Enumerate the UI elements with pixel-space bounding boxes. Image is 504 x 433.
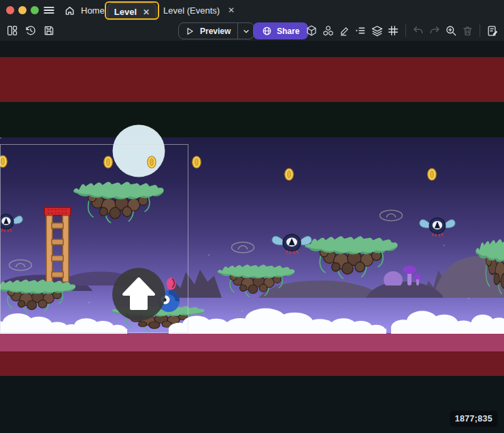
preview-label: Preview — [200, 27, 231, 36]
island-platform[interactable] — [475, 238, 504, 298]
undo-icon[interactable] — [411, 22, 426, 39]
bat-enemy[interactable] — [0, 211, 23, 234]
toolbar-divider — [480, 24, 480, 37]
tab-level[interactable]: Level ✕ — [107, 3, 156, 20]
close-window-button[interactable] — [6, 6, 14, 14]
grid-icon[interactable] — [386, 22, 401, 39]
ellipse-decor-sprite[interactable] — [8, 259, 33, 272]
titlebar: Home Level ✕ Level (Events) ✕ — [0, 0, 504, 20]
properties-list-icon[interactable] — [353, 22, 368, 39]
scene-objects-layer — [0, 41, 504, 433]
home-icon — [65, 5, 75, 16]
bat-enemy[interactable] — [271, 230, 312, 256]
coin-sprite[interactable] — [284, 168, 294, 181]
share-button[interactable]: Share — [253, 22, 308, 39]
moon-sprite[interactable] — [112, 124, 165, 177]
island-platform[interactable] — [72, 181, 166, 226]
cursor-coordinates-badge: 1877;835 — [450, 411, 498, 427]
menu-hamburger-icon[interactable] — [41, 3, 56, 17]
island-platform[interactable] — [216, 264, 297, 299]
cloud-sprite[interactable] — [318, 317, 386, 334]
object-cube-icon[interactable] — [304, 22, 319, 39]
scene-editor-canvas[interactable] — [0, 41, 504, 433]
jump-button-control[interactable] — [112, 267, 166, 322]
coin-sprite[interactable] — [103, 156, 113, 169]
minimize-window-button[interactable] — [18, 6, 27, 14]
trash-icon[interactable] — [460, 22, 475, 39]
tab-level-events-label: Level (Events) — [163, 5, 220, 16]
preview-dropdown-button[interactable] — [237, 23, 254, 39]
coin-sprite[interactable] — [192, 156, 201, 169]
share-label: Share — [277, 27, 299, 36]
save-icon[interactable] — [41, 22, 57, 39]
island-platform[interactable] — [303, 235, 400, 281]
instances-icon[interactable] — [320, 22, 335, 39]
ellipse-decor-sprite[interactable] — [379, 209, 403, 222]
toolbar-right-group — [304, 22, 500, 39]
zoom-in-icon[interactable] — [443, 22, 458, 39]
history-icon[interactable] — [22, 22, 39, 39]
toolbar-left-group — [4, 22, 57, 39]
redo-icon[interactable] — [427, 22, 442, 39]
toolbar-divider — [405, 24, 406, 37]
close-tab-icon[interactable]: ✕ — [228, 6, 235, 14]
maximize-window-button[interactable] — [31, 6, 39, 14]
layout-panels-icon[interactable] — [4, 22, 20, 39]
ladder-sprite[interactable] — [44, 207, 71, 283]
ellipse-decor-sprite[interactable] — [231, 241, 255, 254]
close-tab-icon[interactable]: ✕ — [143, 8, 150, 16]
globe-icon — [262, 26, 272, 36]
coin-sprite[interactable] — [147, 156, 156, 169]
play-icon — [185, 27, 195, 36]
window-controls — [6, 6, 39, 14]
bat-enemy[interactable] — [419, 214, 456, 239]
coin-sprite[interactable] — [0, 155, 7, 168]
tab-home[interactable]: Home — [65, 0, 105, 20]
pencil-icon[interactable] — [337, 22, 352, 39]
cloud-sprite[interactable] — [460, 313, 504, 334]
preview-button[interactable]: Preview — [178, 22, 254, 39]
cloud-sprite[interactable] — [0, 311, 69, 334]
tab-home-label: Home — [81, 5, 105, 16]
layers-icon[interactable] — [369, 22, 384, 39]
chevron-down-icon — [242, 27, 250, 35]
tab-level-label: Level — [114, 7, 137, 17]
toolbar: Preview Share — [0, 20, 504, 41]
preview-button-main[interactable]: Preview — [179, 23, 237, 39]
island-platform[interactable] — [0, 279, 78, 315]
edit-scene-notes-icon[interactable] — [485, 22, 500, 39]
tab-level-events[interactable]: Level (Events) ✕ — [163, 0, 235, 20]
coin-sprite[interactable] — [427, 168, 437, 181]
